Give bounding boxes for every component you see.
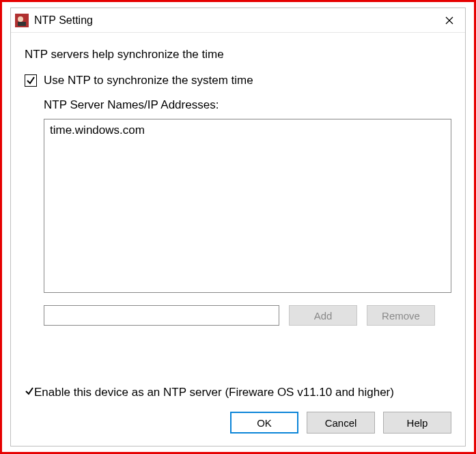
svg-point-1 bbox=[18, 16, 23, 22]
titlebar: NTP Setting bbox=[11, 8, 465, 33]
server-list-label: NTP Server Names/IP Addresses: bbox=[44, 98, 451, 112]
use-ntp-label: Use NTP to synchronize the system time bbox=[44, 74, 253, 87]
close-icon bbox=[445, 16, 453, 25]
add-server-row: Add Remove bbox=[44, 305, 451, 326]
server-section: NTP Server Names/IP Addresses: time.wind… bbox=[44, 98, 451, 369]
server-input[interactable] bbox=[44, 305, 279, 326]
list-item[interactable]: time.windows.com bbox=[48, 122, 447, 139]
use-ntp-row: Use NTP to synchronize the system time bbox=[25, 74, 451, 87]
enable-server-row: Enable this device as an NTP server (Fir… bbox=[25, 386, 451, 399]
dialog-footer: OK Cancel Help bbox=[11, 412, 465, 446]
enable-server-label: Enable this device as an NTP server (Fir… bbox=[34, 386, 394, 399]
check-icon bbox=[26, 76, 36, 85]
use-ntp-checkbox[interactable] bbox=[25, 74, 37, 87]
cancel-button[interactable]: Cancel bbox=[307, 412, 375, 434]
svg-rect-2 bbox=[18, 22, 26, 26]
dialog-content: NTP servers help synchronize the time Us… bbox=[11, 33, 465, 412]
server-list[interactable]: time.windows.com bbox=[44, 119, 451, 293]
ntp-setting-dialog: NTP Setting NTP servers help synchronize… bbox=[10, 8, 466, 446]
intro-text: NTP servers help synchronize the time bbox=[25, 48, 451, 61]
add-button[interactable]: Add bbox=[289, 305, 357, 326]
check-icon bbox=[25, 386, 34, 396]
help-button[interactable]: Help bbox=[383, 412, 451, 434]
enable-server-checkbox[interactable] bbox=[25, 386, 34, 399]
window-title: NTP Setting bbox=[34, 14, 93, 27]
close-button[interactable] bbox=[434, 8, 465, 33]
app-icon bbox=[15, 14, 29, 27]
ok-button[interactable]: OK bbox=[230, 412, 298, 434]
remove-button[interactable]: Remove bbox=[367, 305, 435, 326]
